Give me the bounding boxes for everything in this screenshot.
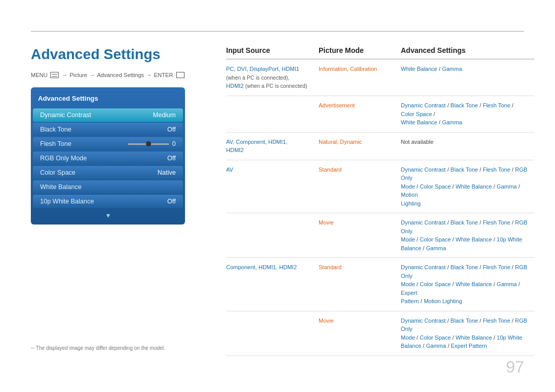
- row1-hdmi2: HDMI2: [226, 83, 244, 89]
- dynamic-contrast-item[interactable]: Dynamic Contrast Medium: [33, 108, 183, 122]
- row2-pic-mode: Advertisement: [319, 102, 355, 108]
- table-row: AV Standard Dynamic Contrast / Black Ton…: [226, 160, 534, 214]
- table-row: Movie Dynamic Contrast / Black Tone / Fl…: [226, 213, 534, 258]
- white-balance-label: White Balance: [40, 183, 82, 191]
- black-tone-item[interactable]: Black Tone Off: [33, 123, 183, 136]
- table-row: PC, DVI, DisplayPort, HDMI1 (when a PC i…: [226, 60, 534, 96]
- rgb-only-mode-item[interactable]: RGB Only Mode Off: [33, 152, 183, 165]
- enter-icon: [176, 72, 184, 78]
- arrow1: →: [62, 72, 67, 78]
- row6-input: Component, HDMI1, HDMI2: [226, 263, 319, 272]
- table-row: Component, HDMI1, HDMI2 Standard Dynamic…: [226, 258, 534, 311]
- flesh-tone-label: Flesh Tone: [40, 140, 71, 147]
- black-tone-value: Off: [168, 126, 176, 133]
- row1-advanced: White Balance / Gamma: [401, 65, 534, 73]
- row6-mode: Standard: [319, 263, 401, 272]
- settings-box: Advanced Settings Dynamic Contrast Mediu…: [31, 87, 185, 225]
- color-space-value: Native: [158, 169, 176, 176]
- row1-input: PC, DVI, DisplayPort, HDMI1 (when a PC i…: [226, 65, 319, 90]
- row4-mode: Standard: [319, 165, 401, 174]
- row3-advanced: Not available: [401, 138, 534, 146]
- row3-input: AV, Component, HDMI1, HDMI2: [226, 138, 319, 155]
- rgb-only-mode-label: RGB Only Mode: [40, 155, 87, 162]
- header-advanced-settings: Advanced Settings: [401, 46, 534, 54]
- table-row: AV, Component, HDMI1, HDMI2 Natural, Dyn…: [226, 133, 534, 160]
- advsettings-label: Advanced Settings: [97, 72, 144, 78]
- menu-path: MENU → Picture → Advanced Settings → ENT…: [31, 72, 195, 78]
- dynamic-contrast-value: Medium: [153, 111, 176, 119]
- row7-mode: Movie: [319, 316, 401, 325]
- row2-advanced: Dynamic Contrast / Black Tone / Flesh To…: [401, 101, 534, 127]
- color-space-item[interactable]: Color Space Native: [33, 166, 183, 179]
- row1-sub-note: (when a PC is connected),: [226, 74, 289, 81]
- left-panel: Advanced Settings MENU → Picture → Advan…: [31, 46, 195, 225]
- row3-mode: Natural, Dynamic: [319, 138, 401, 146]
- color-space-label: Color Space: [40, 169, 76, 176]
- row5-advanced: Dynamic Contrast / Black Tone / Flesh To…: [401, 218, 534, 252]
- row7-advanced: Dynamic Contrast / Black Tone / Flesh To…: [401, 316, 534, 350]
- note-text: The displayed image may differ depending…: [31, 345, 165, 351]
- page-title: Advanced Settings: [31, 46, 195, 63]
- row4-input: AV: [226, 165, 319, 174]
- 10p-white-balance-value: Off: [168, 198, 176, 205]
- 10p-white-balance-label: 10p White Balance: [40, 198, 94, 205]
- table-row: Advertisement Dynamic Contrast / Black T…: [226, 96, 534, 133]
- header-picture-mode: Picture Mode: [319, 46, 401, 54]
- dynamic-contrast-label: Dynamic Contrast: [40, 111, 91, 119]
- right-panel: Input Source Picture Mode Advanced Setti…: [226, 46, 534, 356]
- page-number: 97: [506, 358, 524, 377]
- row6-advanced: Dynamic Contrast / Black Tone / Flesh To…: [401, 263, 534, 306]
- row1-adv-wb: White Balance: [401, 66, 437, 72]
- settings-box-title: Advanced Settings: [31, 91, 185, 107]
- flesh-tone-slider: 0: [128, 140, 176, 147]
- menu-icon: [50, 72, 59, 78]
- table-header: Input Source Picture Mode Advanced Setti…: [226, 46, 534, 60]
- 10p-white-balance-item[interactable]: 10p White Balance Off: [33, 195, 183, 208]
- black-tone-label: Black Tone: [40, 126, 71, 133]
- arrow2: →: [89, 72, 95, 78]
- picture-label: Picture: [69, 72, 87, 78]
- row4-advanced: Dynamic Contrast / Black Tone / Flesh To…: [401, 165, 534, 208]
- menu-label: MENU: [31, 72, 47, 78]
- white-balance-item[interactable]: White Balance: [33, 180, 183, 194]
- row5-mode: Movie: [319, 218, 401, 227]
- enter-label: ENTER: [154, 72, 173, 78]
- flesh-tone-item[interactable]: Flesh Tone 0: [33, 137, 183, 151]
- row1-input-source: PC, DVI, DisplayPort, HDMI1: [226, 66, 299, 72]
- top-divider: [31, 31, 524, 32]
- table-row: Movie Dynamic Contrast / Black Tone / Fl…: [226, 311, 534, 356]
- rgb-only-mode-value: Off: [168, 155, 176, 162]
- row2-mode: Advertisement: [319, 101, 401, 110]
- row1-mode: Information, Calibration: [319, 65, 401, 73]
- header-input-source: Input Source: [226, 46, 319, 54]
- arrow3: →: [146, 72, 152, 78]
- flesh-tone-value: 0: [172, 140, 176, 147]
- row1-hdmi2-note: (when a PC is connected): [245, 83, 307, 89]
- slider-track[interactable]: [128, 143, 169, 145]
- row1-pic-mode: Information, Calibration: [319, 66, 377, 72]
- row1-adv-gamma: Gamma: [442, 66, 462, 72]
- slider-thumb: [146, 141, 151, 146]
- down-arrow-icon: ▾: [31, 209, 185, 219]
